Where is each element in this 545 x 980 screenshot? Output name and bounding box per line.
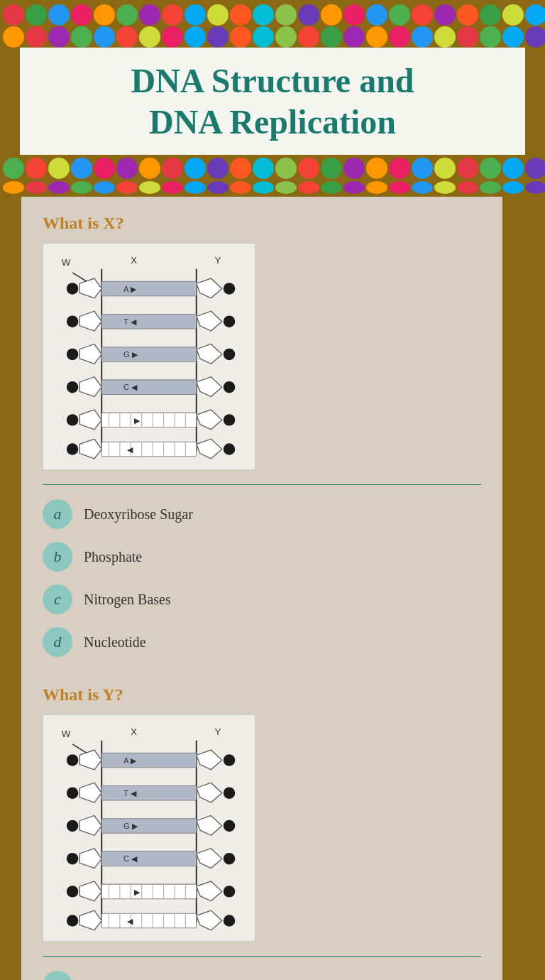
question-2-label: What is Y? [43, 685, 481, 704]
title-box: DNA Structure and DNA Replication [20, 48, 525, 155]
svg-marker-78 [79, 816, 101, 836]
svg-marker-66 [79, 750, 101, 770]
svg-marker-104 [79, 910, 101, 930]
svg-marker-13 [79, 311, 101, 331]
svg-marker-47 [197, 439, 222, 459]
svg-point-16 [224, 316, 235, 327]
dna-image-2: W X Y Z A ▶ [43, 714, 255, 942]
svg-rect-82 [101, 819, 197, 834]
svg-point-14 [67, 316, 78, 327]
svg-rect-23 [101, 347, 197, 362]
svg-point-28 [224, 381, 235, 393]
svg-point-81 [224, 820, 235, 832]
option-a-badge: a [43, 499, 72, 529]
options-list-1: a Deoxyribose Sugar b Phosphate c Nitrog… [43, 499, 481, 657]
svg-marker-25 [79, 377, 101, 397]
svg-marker-45 [79, 439, 101, 459]
svg-rect-70 [101, 753, 197, 768]
option-d-text: Nucleotide [84, 634, 146, 650]
option-d-badge: d [43, 627, 72, 657]
option-c[interactable]: c Nitrogen Bases [43, 584, 481, 614]
svg-marker-31 [79, 410, 101, 430]
svg-text:▶: ▶ [134, 416, 141, 425]
divider-1 [43, 484, 481, 485]
question-1-section: What is X? W X Y Z [43, 214, 481, 657]
svg-marker-106 [197, 910, 222, 930]
option-c-badge: c [43, 584, 72, 614]
svg-point-20 [67, 349, 78, 360]
svg-text:A ▶: A ▶ [123, 285, 137, 293]
svg-text:Y: Y [214, 727, 221, 738]
svg-rect-94 [101, 884, 197, 899]
svg-point-32 [67, 414, 78, 425]
svg-point-67 [67, 754, 78, 766]
svg-text:G ▶: G ▶ [123, 350, 138, 359]
svg-point-85 [67, 853, 78, 864]
svg-marker-15 [197, 311, 222, 331]
svg-point-69 [224, 754, 235, 766]
svg-point-87 [224, 853, 235, 864]
svg-rect-108 [101, 913, 197, 928]
svg-rect-17 [101, 315, 197, 330]
divider-2 [43, 956, 481, 957]
svg-point-105 [67, 915, 78, 926]
svg-text:Y: Y [214, 256, 221, 266]
svg-marker-84 [79, 849, 101, 869]
svg-point-91 [67, 886, 78, 897]
option-a-text: Deoxyribose Sugar [84, 506, 193, 523]
svg-marker-21 [197, 344, 222, 364]
svg-text:▶: ▶ [134, 888, 141, 896]
svg-point-46 [67, 443, 78, 454]
svg-marker-7 [79, 278, 101, 298]
svg-point-93 [224, 886, 235, 897]
svg-point-26 [67, 381, 78, 393]
question-1-label: What is X? [43, 214, 481, 233]
svg-text:X: X [131, 256, 137, 266]
svg-text:X: X [131, 727, 137, 738]
svg-rect-35 [101, 413, 197, 428]
svg-marker-33 [197, 410, 222, 430]
option-b[interactable]: b Phosphate [43, 542, 481, 572]
option-a-q2[interactable]: a [43, 971, 481, 980]
option-b-text: Phosphate [84, 549, 142, 565]
svg-text:G ▶: G ▶ [123, 822, 138, 830]
svg-rect-88 [101, 851, 197, 866]
svg-text:T ◀: T ◀ [123, 317, 137, 326]
option-a[interactable]: a Deoxyribose Sugar [43, 499, 481, 529]
svg-marker-92 [197, 881, 222, 901]
svg-point-107 [224, 915, 235, 926]
option-d[interactable]: d Nucleotide [43, 627, 481, 657]
svg-rect-49 [101, 442, 197, 457]
svg-point-10 [224, 283, 235, 294]
svg-text:C ◀: C ◀ [123, 383, 138, 391]
svg-point-75 [224, 788, 235, 799]
svg-text:A ▶: A ▶ [123, 756, 137, 765]
svg-point-79 [67, 820, 78, 832]
option-a-q2-badge: a [43, 971, 72, 980]
svg-point-22 [224, 349, 235, 360]
svg-point-34 [224, 414, 235, 425]
option-b-badge: b [43, 542, 72, 572]
svg-text:W: W [62, 257, 71, 268]
svg-rect-76 [101, 786, 197, 801]
svg-text:C ◀: C ◀ [123, 854, 138, 863]
svg-text:◀: ◀ [127, 917, 133, 925]
option-c-text: Nitrogen Bases [84, 592, 171, 608]
svg-marker-9 [197, 278, 222, 298]
svg-marker-80 [197, 816, 222, 836]
svg-marker-27 [197, 377, 222, 397]
svg-rect-11 [101, 281, 197, 296]
svg-marker-72 [79, 783, 101, 802]
svg-marker-74 [197, 783, 222, 802]
svg-marker-86 [197, 849, 222, 869]
svg-text:W: W [62, 729, 71, 739]
svg-point-73 [67, 788, 78, 799]
svg-marker-68 [197, 750, 222, 770]
dna-image-1: W X Y Z [43, 243, 255, 470]
svg-marker-90 [79, 881, 101, 901]
svg-marker-19 [79, 344, 101, 364]
svg-text:T ◀: T ◀ [123, 789, 137, 797]
svg-point-8 [67, 283, 78, 294]
svg-text:◀: ◀ [127, 445, 133, 454]
svg-point-48 [224, 443, 235, 454]
